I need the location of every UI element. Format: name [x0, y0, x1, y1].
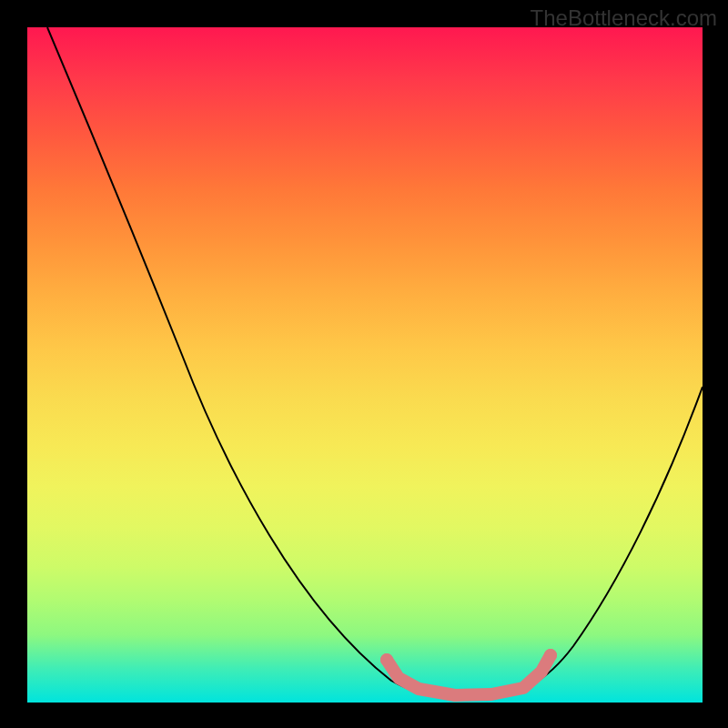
trough-marker-start [380, 653, 393, 666]
watermark-text: TheBottleneck.com [531, 5, 717, 31]
trough-marker-end [544, 649, 557, 662]
chart-svg [27, 27, 703, 703]
chart-plot-area [27, 27, 703, 703]
bottleneck-curve-line [47, 27, 703, 699]
trough-highlight-line [387, 655, 551, 695]
